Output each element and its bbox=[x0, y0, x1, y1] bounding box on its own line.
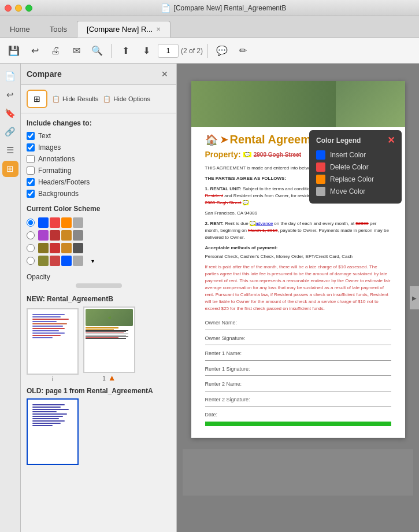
old-thumb-page[interactable] bbox=[27, 398, 79, 465]
section2-heading: 2. RENT: bbox=[205, 221, 224, 226]
minimize-button[interactable] bbox=[15, 5, 22, 12]
panel-actions: ⊞ 📋 Hide Results 📋 Hide Options bbox=[21, 85, 176, 113]
print-button[interactable]: 🖨 bbox=[46, 42, 65, 60]
thumb-page-i-img bbox=[27, 308, 79, 375]
search-button[interactable]: 🔍 bbox=[88, 42, 106, 60]
tcl-4 bbox=[32, 321, 57, 322]
tcl-6 bbox=[32, 326, 63, 327]
strike-address: 2900 Gogh Street bbox=[205, 200, 242, 205]
horizontal-scrollbar[interactable] bbox=[76, 283, 122, 288]
tab-compare-doc[interactable]: [Compare New] R... ✕ bbox=[77, 21, 170, 38]
scheme-radio-3[interactable] bbox=[27, 244, 35, 252]
undo-button[interactable]: ↩ bbox=[25, 42, 44, 60]
thumb-page-1[interactable]: 🌿 bbox=[83, 306, 135, 382]
window-title: 📄 [Compare New] Rental_AgreementB bbox=[32, 3, 414, 13]
swatch-delete-1 bbox=[50, 217, 60, 228]
color-scheme-section: Current Color Scheme bbox=[27, 205, 170, 266]
scheme-radio-2[interactable] bbox=[27, 231, 35, 239]
legend-close-button[interactable]: ✕ bbox=[387, 135, 395, 146]
scroll-right-area: ▶ bbox=[410, 286, 419, 309]
thumb-page-i[interactable]: i bbox=[27, 308, 79, 382]
compare-mode-button[interactable]: ⊞ bbox=[27, 90, 47, 108]
checkbox-images[interactable]: Images bbox=[27, 143, 170, 152]
checkbox-formatting-input[interactable] bbox=[27, 167, 35, 175]
thumb-nav-arrow[interactable]: ▲ bbox=[108, 373, 116, 382]
legend-delete: Delete Color bbox=[316, 162, 395, 172]
main-area: 📄 ↩ 🔖 🔗 ☰ ⊞ Compare ✕ ⊞ 📋 Hide Results 📋… bbox=[0, 64, 419, 532]
hide-options-icon: 📋 bbox=[103, 95, 111, 103]
checkbox-text-input[interactable] bbox=[27, 132, 35, 140]
comment-button[interactable]: 💬 bbox=[213, 42, 231, 60]
otl-5 bbox=[32, 413, 67, 415]
email-button[interactable]: ✉ bbox=[67, 42, 86, 60]
close-button[interactable] bbox=[5, 5, 12, 12]
hide-results-button[interactable]: 📋 Hide Results bbox=[52, 95, 98, 103]
home-icon: 🏠 bbox=[205, 134, 218, 146]
swatch-replace-1 bbox=[61, 217, 72, 228]
renter1-sig-label: Renter 1 Signature: bbox=[205, 365, 391, 374]
tab-close-icon[interactable]: ✕ bbox=[156, 26, 161, 32]
checkbox-backgrounds-input[interactable] bbox=[27, 190, 35, 198]
swatch-insert-4 bbox=[38, 256, 49, 266]
next-page-button[interactable]: ⬇ bbox=[137, 42, 155, 60]
page-number-input[interactable]: 1 bbox=[158, 44, 179, 58]
scheme-dropdown[interactable]: ▾ bbox=[87, 256, 98, 266]
sidebar-icon-undo[interactable]: ↩ bbox=[2, 87, 18, 103]
scroll-right-button[interactable]: ▶ bbox=[410, 286, 419, 309]
swatch-insert-1 bbox=[38, 217, 49, 228]
tcl-5 bbox=[32, 323, 67, 324]
traffic-lights[interactable] bbox=[5, 5, 32, 12]
next-page-bg bbox=[183, 449, 413, 496]
swatch-delete-3 bbox=[50, 243, 60, 253]
compare-panel: Compare ✕ ⊞ 📋 Hide Results 📋 Hide Option… bbox=[21, 64, 177, 532]
panel-title: Compare bbox=[27, 69, 62, 79]
panel-close-button[interactable]: ✕ bbox=[159, 68, 170, 80]
owner-sig-line bbox=[205, 343, 391, 345]
old-thumb-lines bbox=[30, 402, 75, 428]
old-thumb-img bbox=[27, 398, 79, 465]
sidebar-icon-layers[interactable]: ☰ bbox=[2, 142, 18, 158]
late-fee-para: If rent is paid after the of the month, … bbox=[205, 264, 391, 312]
checkbox-annotations[interactable]: Annotations bbox=[27, 155, 170, 163]
checkbox-text[interactable]: Text bbox=[27, 132, 170, 140]
scheme-row-2 bbox=[27, 230, 170, 241]
checkbox-formatting[interactable]: Formatting bbox=[27, 167, 170, 175]
tab-home[interactable]: Home bbox=[0, 21, 40, 38]
tcl-2 bbox=[32, 316, 61, 317]
save-button[interactable]: 💾 bbox=[5, 42, 23, 60]
panel-content: Include changes to: Text Images Annotati… bbox=[21, 113, 176, 532]
strike-resident: Resident bbox=[205, 193, 224, 198]
tab-tools[interactable]: Tools bbox=[40, 21, 77, 38]
checkbox-images-input[interactable] bbox=[27, 143, 35, 152]
page-thumbs-row: i 🌿 bbox=[27, 306, 170, 382]
scheme-radio-4[interactable] bbox=[27, 257, 35, 265]
insert-advance: advance bbox=[255, 221, 273, 226]
annotate-button[interactable]: ✏ bbox=[233, 42, 252, 60]
renter1-sig-line bbox=[205, 374, 391, 376]
city-state-para: San Francisco, CA 94989 bbox=[205, 210, 391, 217]
sidebar-icon-link[interactable]: 🔗 bbox=[2, 124, 18, 140]
hide-results-icon: 📋 bbox=[52, 95, 60, 103]
prev-page-button[interactable]: ⬆ bbox=[116, 42, 135, 60]
checkbox-annotations-input[interactable] bbox=[27, 155, 35, 163]
titlebar: 📄 [Compare New] Rental_AgreementB bbox=[0, 0, 419, 16]
swatch-delete-2 bbox=[50, 230, 60, 241]
legend-title: Color Legend bbox=[316, 136, 361, 145]
owner-name-line bbox=[205, 328, 391, 330]
scheme-radio-1[interactable] bbox=[27, 219, 35, 227]
checkbox-backgrounds[interactable]: Backgrounds bbox=[27, 190, 170, 198]
swatch-move-4 bbox=[73, 256, 83, 266]
sidebar-icon-file[interactable]: 📄 bbox=[2, 68, 18, 84]
checkbox-headers-input[interactable] bbox=[27, 178, 35, 186]
maximize-button[interactable] bbox=[25, 5, 32, 12]
swatch-group-2 bbox=[38, 230, 83, 241]
sidebar-icon-bookmark[interactable]: 🔖 bbox=[2, 105, 18, 121]
owner-sig-label: Owner Signature: bbox=[205, 335, 391, 343]
swatch-delete-4 bbox=[50, 256, 60, 266]
hide-options-button[interactable]: 📋 Hide Options bbox=[103, 95, 150, 103]
otl-7 bbox=[32, 418, 59, 419]
renter2-sig-label: Renter 2 Signature: bbox=[205, 396, 391, 404]
checkbox-headers-footers[interactable]: Headers/Footers bbox=[27, 178, 170, 186]
sidebar-icon-compare[interactable]: ⊞ bbox=[2, 161, 18, 177]
document-area: Color Legend ✕ Insert Color Delete Color… bbox=[177, 64, 419, 532]
